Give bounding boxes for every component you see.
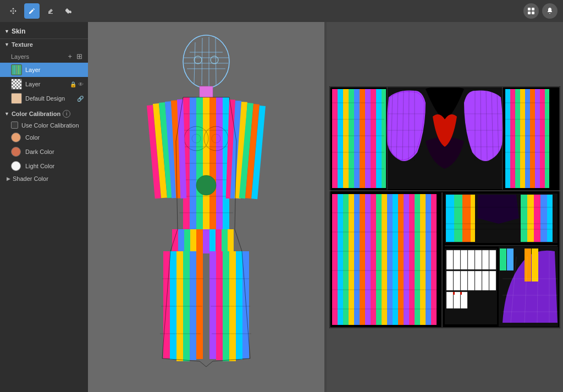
light-color-swatch[interactable] [11, 161, 21, 171]
svg-rect-133 [354, 194, 360, 325]
svg-rect-119 [535, 89, 540, 188]
texture-arrow-icon: ▼ [4, 42, 9, 47]
svg-rect-147 [431, 194, 437, 325]
layer-item-default[interactable]: Default Design 🔗 [0, 91, 88, 106]
svg-rect-55 [209, 229, 216, 253]
svg-rect-164 [540, 195, 547, 242]
svg-rect-2 [528, 12, 531, 14]
info-icon[interactable]: i [63, 110, 70, 118]
use-color-calibration-row[interactable]: Use Color Calibration [0, 120, 88, 130]
paint-tool-button[interactable] [24, 3, 40, 19]
layer-options-button[interactable]: ⊞ [75, 52, 84, 60]
sidebar: ▼ Skin ▼ Texture Layers + ⊞ [0, 22, 88, 392]
layer-icons-2: 🔒 👁 [70, 81, 84, 87]
svg-rect-165 [547, 195, 553, 242]
uv-bottom-group [330, 192, 559, 327]
svg-rect-69 [236, 251, 242, 360]
svg-rect-120 [540, 89, 545, 188]
svg-rect-181 [461, 271, 467, 290]
svg-rect-176 [475, 250, 482, 269]
eraser-tool-button[interactable] [43, 3, 58, 19]
layers-header: Layers + ⊞ [0, 50, 88, 63]
layer-name-2: Layer [25, 81, 67, 87]
svg-point-17 [194, 56, 202, 64]
dark-color-label: Dark Color [25, 148, 54, 155]
svg-rect-140 [393, 194, 398, 325]
color-cal-arrow-icon: ▼ [4, 111, 9, 117]
svg-rect-51 [184, 229, 190, 253]
toolbar-right [523, 3, 558, 19]
uv-map-container [329, 86, 560, 328]
svg-rect-50 [178, 229, 184, 252]
link-icon: 🔗 [77, 96, 84, 102]
svg-rect-88 [376, 89, 382, 188]
svg-rect-129 [332, 194, 338, 325]
svg-rect-180 [454, 271, 460, 290]
svg-rect-63 [190, 251, 196, 360]
svg-rect-179 [446, 271, 453, 290]
svg-rect-117 [525, 89, 530, 188]
color-swatch[interactable] [11, 132, 21, 142]
svg-rect-49 [172, 229, 178, 251]
svg-rect-54 [203, 229, 209, 253]
3d-viewport[interactable] [88, 22, 324, 392]
texture-section-header[interactable]: ▼ Texture [0, 39, 88, 50]
svg-rect-185 [489, 271, 496, 290]
layer-item-selected[interactable]: Layer [0, 63, 88, 77]
color-row[interactable]: Color [0, 130, 88, 145]
svg-rect-115 [515, 89, 520, 188]
svg-rect-139 [387, 194, 393, 325]
svg-rect-113 [505, 89, 510, 188]
svg-rect-64 [196, 251, 203, 359]
svg-rect-186 [446, 292, 453, 308]
shader-color-row[interactable]: ▶ Shader Color [0, 173, 88, 184]
lock-icon: 🔒 [70, 81, 76, 87]
svg-rect-116 [520, 89, 525, 188]
svg-rect-84 [354, 89, 360, 188]
layer-thumb-2 [11, 79, 22, 90]
layer-name-default: Default Design [25, 95, 74, 102]
use-color-calibration-checkbox[interactable] [11, 122, 18, 129]
light-color-row[interactable]: Light Color [0, 159, 88, 173]
layer-item-plain[interactable]: Layer 🔒 👁 [0, 77, 88, 91]
svg-rect-193 [532, 249, 538, 281]
svg-rect-19 [200, 86, 213, 97]
svg-rect-3 [532, 12, 534, 14]
svg-rect-82 [343, 89, 349, 188]
fill-tool-button[interactable] [62, 3, 77, 19]
svg-rect-52 [190, 229, 196, 253]
3d-model-svg [102, 31, 311, 383]
texture-label: Texture [12, 41, 33, 48]
svg-rect-182 [468, 271, 474, 290]
move-tool-button[interactable] [5, 3, 21, 19]
svg-rect-80 [332, 89, 338, 188]
grid-view-button[interactable] [523, 3, 539, 19]
uv-torso-group [330, 86, 559, 189]
uv-panel [327, 22, 563, 392]
add-layer-button[interactable]: + [67, 52, 73, 60]
svg-rect-66 [216, 251, 223, 360]
svg-rect-65 [209, 251, 216, 359]
color-calibration-section: ▼ Color Calibration i Use Color Calibrat… [0, 108, 88, 173]
svg-line-10 [202, 38, 202, 85]
svg-rect-194 [500, 249, 506, 270]
dark-color-swatch[interactable] [11, 147, 21, 157]
svg-rect-132 [349, 194, 354, 325]
skin-section-header[interactable]: ▼ Skin [0, 24, 88, 39]
svg-rect-138 [382, 194, 387, 325]
color-label: Color [25, 134, 40, 141]
notification-button[interactable] [542, 3, 558, 19]
toolbar-left [5, 3, 77, 19]
svg-rect-163 [534, 195, 540, 242]
svg-rect-189 [453, 292, 455, 295]
svg-rect-135 [365, 194, 371, 325]
svg-rect-143 [409, 194, 415, 325]
svg-line-12 [216, 38, 216, 85]
eye-icon: 👁 [78, 81, 84, 87]
svg-rect-173 [454, 250, 460, 269]
skin-arrow-icon: ▼ [4, 29, 9, 34]
svg-rect-1 [532, 8, 534, 10]
dark-color-row[interactable]: Dark Color [0, 145, 88, 159]
svg-rect-121 [545, 89, 549, 188]
color-calibration-header[interactable]: ▼ Color Calibration i [0, 108, 88, 120]
